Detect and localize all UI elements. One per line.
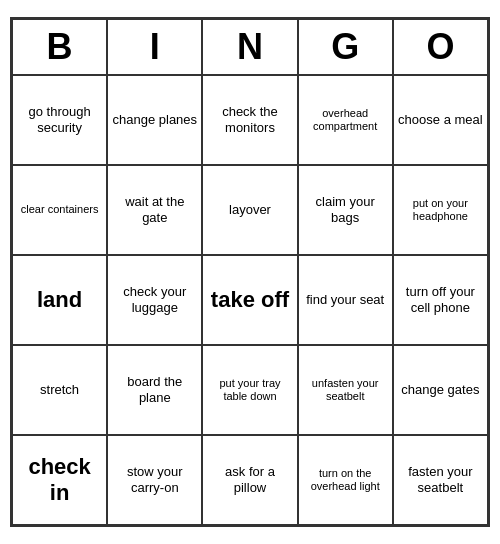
bingo-cell[interactable]: stow your carry-on (107, 435, 202, 525)
bingo-grid: go through securitychange planescheck th… (12, 75, 488, 525)
bingo-cell[interactable]: land (12, 255, 107, 345)
header-letter: I (107, 19, 202, 75)
bingo-cell[interactable]: put on your headphone (393, 165, 488, 255)
header-letter: N (202, 19, 297, 75)
bingo-cell[interactable]: clear containers (12, 165, 107, 255)
bingo-cell[interactable]: change planes (107, 75, 202, 165)
header-letter: O (393, 19, 488, 75)
bingo-card: BINGO go through securitychange planesch… (10, 17, 490, 527)
bingo-cell[interactable]: go through security (12, 75, 107, 165)
bingo-cell[interactable]: board the plane (107, 345, 202, 435)
bingo-header: BINGO (12, 19, 488, 75)
bingo-cell[interactable]: claim your bags (298, 165, 393, 255)
bingo-cell[interactable]: overhead compartment (298, 75, 393, 165)
bingo-cell[interactable]: take off (202, 255, 297, 345)
bingo-cell[interactable]: stretch (12, 345, 107, 435)
bingo-cell[interactable]: check in (12, 435, 107, 525)
bingo-cell[interactable]: choose a meal (393, 75, 488, 165)
bingo-cell[interactable]: find your seat (298, 255, 393, 345)
header-letter: B (12, 19, 107, 75)
bingo-cell[interactable]: ask for a pillow (202, 435, 297, 525)
bingo-cell[interactable]: check your luggage (107, 255, 202, 345)
bingo-cell[interactable]: turn off your cell phone (393, 255, 488, 345)
header-letter: G (298, 19, 393, 75)
bingo-cell[interactable]: layover (202, 165, 297, 255)
bingo-cell[interactable]: unfasten your seatbelt (298, 345, 393, 435)
bingo-cell[interactable]: fasten your seatbelt (393, 435, 488, 525)
bingo-cell[interactable]: turn on the overhead light (298, 435, 393, 525)
bingo-cell[interactable]: put your tray table down (202, 345, 297, 435)
bingo-cell[interactable]: wait at the gate (107, 165, 202, 255)
bingo-cell[interactable]: check the monitors (202, 75, 297, 165)
bingo-cell[interactable]: change gates (393, 345, 488, 435)
